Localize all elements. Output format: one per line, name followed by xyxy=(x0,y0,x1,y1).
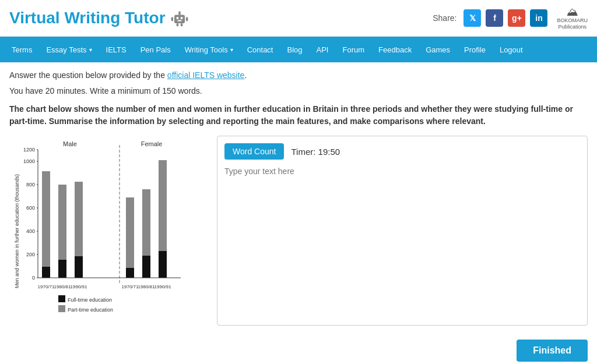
nav-essay-tests[interactable]: Essay Tests ▾ xyxy=(39,37,99,62)
instruction-line1: Answer the question below provided by th… xyxy=(9,69,588,82)
word-count-button[interactable]: Word Count xyxy=(224,143,284,160)
timer-display: Timer: 19:50 xyxy=(291,147,340,157)
header-right: Share: 𝕏 f g+ in ⛰ BOKOMARU Publications xyxy=(433,6,588,30)
instructions: Answer the question below provided by th… xyxy=(9,69,588,128)
legend-parttime-swatch xyxy=(58,305,65,312)
nav-logout[interactable]: Logout xyxy=(493,37,530,62)
writing-prompt: The chart below shows the number of men … xyxy=(9,103,588,128)
svg-rect-8 xyxy=(176,23,178,26)
nav-games[interactable]: Games xyxy=(419,37,457,62)
nav-terms[interactable]: Terms xyxy=(5,37,39,62)
logo-area: Virtual Writing Tutor xyxy=(9,8,190,29)
bar-male-1970-fulltime xyxy=(42,267,50,278)
footer: Finished xyxy=(0,333,597,364)
bar-female-1970-fulltime xyxy=(126,268,134,278)
ielts-link[interactable]: official IELTS website xyxy=(167,70,245,80)
google-button[interactable]: g+ xyxy=(508,9,525,27)
linkedin-button[interactable]: in xyxy=(530,9,547,27)
svg-rect-1 xyxy=(176,17,178,19)
logo-text: Virtual Writing Tutor xyxy=(9,10,166,26)
finished-button[interactable]: Finished xyxy=(517,340,588,362)
essay-tests-dropdown-arrow: ▾ xyxy=(89,47,92,53)
svg-rect-7 xyxy=(185,17,188,21)
facebook-button[interactable]: f xyxy=(486,9,503,27)
bar-chart: Men and women in further education (thou… xyxy=(12,138,204,319)
svg-rect-0 xyxy=(174,15,185,23)
essay-textarea[interactable] xyxy=(224,167,580,318)
bokomaru-logo: ⛰ BOKOMARU Publications xyxy=(557,6,588,30)
svg-rect-2 xyxy=(180,17,182,19)
header: Virtual Writing Tutor Share: 𝕏 f g+ in ⛰… xyxy=(0,0,597,37)
legend-fulltime-label: Full-time education xyxy=(68,297,112,303)
writing-toolbar: Word Count Timer: 19:50 xyxy=(224,143,580,160)
bar-female-1980-fulltime xyxy=(142,256,150,278)
nav-pen-pals[interactable]: Pen Pals xyxy=(134,37,178,62)
svg-text:400: 400 xyxy=(26,228,35,234)
writing-panel: Word Count Timer: 19:50 xyxy=(217,136,588,326)
logo-blue: Writing Tutor xyxy=(64,9,165,27)
svg-rect-3 xyxy=(177,20,181,22)
chart-svg: Men and women in further education (thou… xyxy=(9,136,208,323)
twitter-button[interactable]: 𝕏 xyxy=(463,9,481,27)
svg-text:1970/71: 1970/71 xyxy=(122,284,139,289)
bokomaru-name: BOKOMARU xyxy=(557,17,588,24)
bar-female-1990-fulltime xyxy=(159,251,167,278)
svg-text:0: 0 xyxy=(32,275,35,281)
svg-text:Female: Female xyxy=(141,140,163,147)
svg-text:Male: Male xyxy=(63,140,77,147)
share-label: Share: xyxy=(433,13,456,23)
svg-text:600: 600 xyxy=(26,205,35,211)
bar-female-1970-parttime xyxy=(126,197,134,278)
svg-text:Men and women in further educa: Men and women in further education (thou… xyxy=(14,174,20,288)
nav-feedback[interactable]: Feedback xyxy=(371,37,419,62)
nav-profile[interactable]: Profile xyxy=(457,37,493,62)
nav-blog[interactable]: Blog xyxy=(280,37,309,62)
svg-text:1980/81: 1980/81 xyxy=(54,284,71,289)
nav-writing-tools[interactable]: Writing Tools ▾ xyxy=(178,37,240,62)
svg-text:1990/91: 1990/91 xyxy=(71,284,87,289)
legend-fulltime-swatch xyxy=(58,295,65,302)
content: Answer the question below provided by th… xyxy=(0,62,597,333)
svg-text:200: 200 xyxy=(26,252,35,257)
svg-text:1990/91: 1990/91 xyxy=(154,284,171,289)
instruction-line2: You have 20 minutes. Write a minimum of … xyxy=(9,85,588,97)
nav-contact[interactable]: Contact xyxy=(240,37,280,62)
nav-api[interactable]: API xyxy=(310,37,336,62)
navigation: Terms Essay Tests ▾ IELTS Pen Pals Writi… xyxy=(0,37,597,62)
bokomaru-sub: Publications xyxy=(558,24,587,30)
svg-text:1980/81: 1980/81 xyxy=(138,284,155,289)
bokomaru-icon: ⛰ xyxy=(567,6,578,17)
svg-text:1200: 1200 xyxy=(23,147,35,153)
nav-ielts[interactable]: IELTS xyxy=(99,37,134,62)
chart-container: Men and women in further education (thou… xyxy=(9,136,208,326)
main-area: Men and women in further education (thou… xyxy=(9,136,588,326)
svg-rect-9 xyxy=(180,23,182,26)
svg-text:1970/71: 1970/71 xyxy=(38,284,55,289)
svg-text:800: 800 xyxy=(26,182,35,188)
svg-point-5 xyxy=(178,11,181,13)
svg-text:1000: 1000 xyxy=(23,158,35,164)
writing-tools-dropdown-arrow: ▾ xyxy=(230,47,233,53)
bar-male-1970-parttime xyxy=(42,171,50,278)
legend-parttime-label: Part-time education xyxy=(68,307,113,313)
logo-black: Virtual xyxy=(9,9,64,27)
bar-male-1980-fulltime xyxy=(58,260,66,278)
bar-male-1990-fulltime xyxy=(75,256,83,278)
svg-rect-6 xyxy=(171,17,173,21)
robot-icon xyxy=(169,8,190,29)
nav-forum[interactable]: Forum xyxy=(335,37,371,62)
